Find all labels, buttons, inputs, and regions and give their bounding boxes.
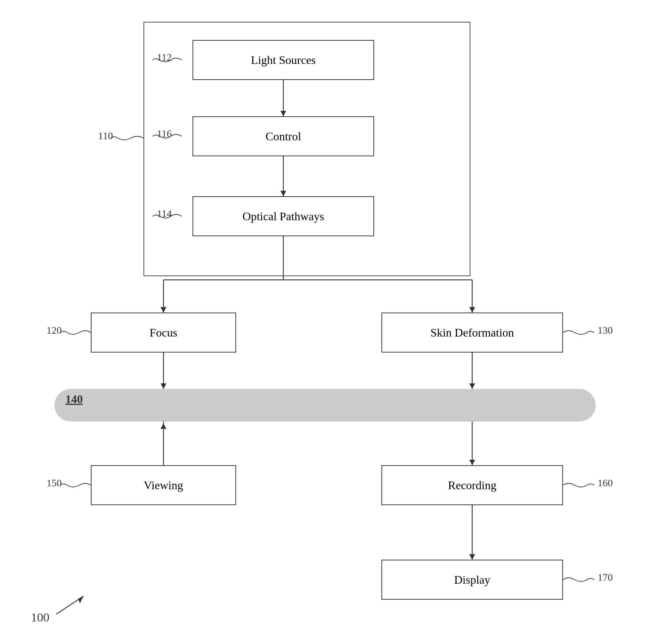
svg-marker-7 xyxy=(161,307,166,313)
ref-110: 110 xyxy=(98,130,113,142)
box-display: Display xyxy=(381,560,563,600)
ref-112: 112 xyxy=(157,52,172,63)
svg-marker-11 xyxy=(161,383,166,389)
box-control: Control xyxy=(193,116,374,156)
ref-114: 114 xyxy=(157,208,172,220)
ref-116: 116 xyxy=(157,128,172,140)
box-focus: Focus xyxy=(91,313,236,353)
control-label: Control xyxy=(266,130,301,143)
box-light-sources: Light Sources xyxy=(193,40,374,80)
light-sources-label: Light Sources xyxy=(251,53,316,67)
svg-marker-21 xyxy=(78,596,84,603)
ref-130: 130 xyxy=(598,325,613,336)
box-viewing: Viewing xyxy=(91,465,236,505)
optical-pathways-label: Optical Pathways xyxy=(243,210,324,223)
box-recording: Recording xyxy=(381,465,563,505)
focus-label: Focus xyxy=(150,326,177,339)
svg-marker-9 xyxy=(469,307,475,313)
viewing-label: Viewing xyxy=(144,479,183,492)
svg-marker-15 xyxy=(161,423,166,429)
svg-marker-17 xyxy=(469,460,475,465)
diagram-container: Light Sources Control Optical Pathways F… xyxy=(0,0,656,644)
ref-120: 120 xyxy=(46,325,62,336)
box-skin-deformation: Skin Deformation xyxy=(381,313,563,353)
ref-100: 100 xyxy=(31,611,49,624)
label-140: 140 xyxy=(65,393,83,406)
display-label: Display xyxy=(454,573,490,587)
box-optical-pathways: Optical Pathways xyxy=(193,196,374,236)
svg-marker-19 xyxy=(469,554,475,560)
ref-160: 160 xyxy=(598,477,613,489)
bar-140 xyxy=(54,389,596,422)
skin-deformation-label: Skin Deformation xyxy=(430,326,514,339)
ref-170: 170 xyxy=(598,572,613,583)
ref-150: 150 xyxy=(46,477,62,489)
recording-label: Recording xyxy=(448,479,496,492)
svg-marker-13 xyxy=(469,383,475,389)
